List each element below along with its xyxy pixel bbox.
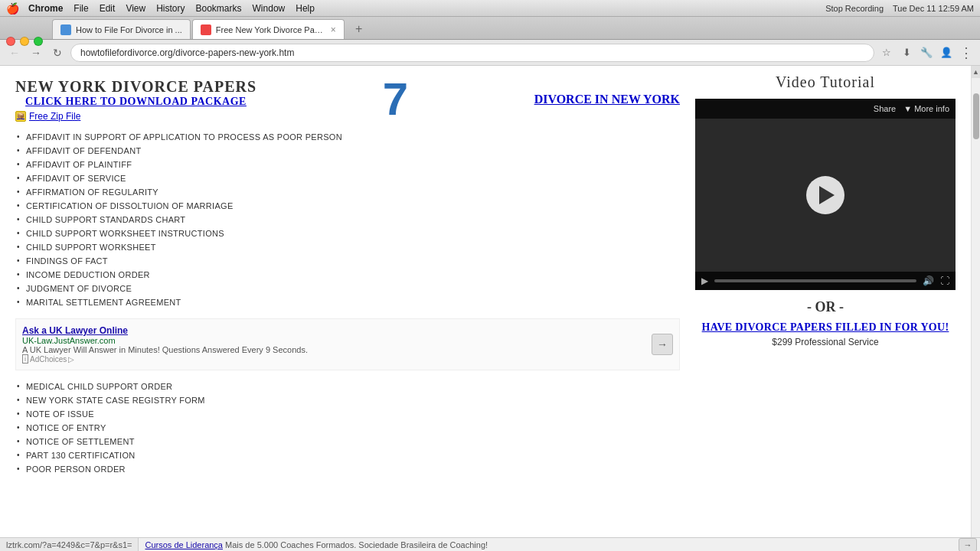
scroll-thumb[interactable]: [973, 93, 979, 139]
list-item[interactable]: Notice Of Settlement: [15, 435, 680, 448]
fullscreen-icon[interactable]: ⛶: [940, 276, 949, 286]
page-content: New York Divorce Papers Click Here To Do…: [0, 66, 971, 551]
share-button[interactable]: Share: [874, 104, 896, 113]
free-zip-label: Free Zip File: [29, 111, 80, 122]
header-left: New York Divorce Papers Click Here To Do…: [15, 78, 256, 122]
statusbar-ad: Cursos de Liderança Mais de 5.000 Coache…: [139, 540, 959, 549]
maximize-button[interactable]: [34, 37, 43, 46]
titlebar-right: Stop Recording Tue Dec 11 12:59 AM: [822, 4, 974, 13]
play-triangle-icon: [819, 186, 835, 204]
site-content: New York Divorce Papers Click Here To Do…: [0, 66, 971, 484]
menu-view[interactable]: View: [126, 3, 145, 14]
page-title: New York Divorce Papers: [15, 78, 256, 96]
video-progress-bar[interactable]: [714, 279, 916, 282]
addressbar: ← → ↻ ☆ ⬇ 🔧 👤 ⋮: [0, 40, 980, 66]
user-icon[interactable]: 👤: [939, 45, 954, 60]
stop-recording[interactable]: Stop Recording: [825, 4, 884, 13]
address-bar[interactable]: [70, 44, 874, 62]
list-item[interactable]: Child Support Standards Chart: [15, 213, 680, 227]
ad-link[interactable]: Ask a UK Lawyer Online: [22, 325, 128, 336]
list-item[interactable]: Notice Of Entry: [15, 421, 680, 435]
header-right: Divorce In New York: [534, 93, 680, 106]
list-item[interactable]: Judgment Of Divorce: [15, 282, 680, 295]
list-item[interactable]: New York State Case Registry Form: [15, 393, 680, 407]
menu-chrome[interactable]: Chrome: [28, 3, 63, 14]
adchoices-arrow: ▷: [68, 355, 74, 364]
ad-description: A UK Lawyer Will Answer in Minutes! Ques…: [22, 345, 645, 354]
list-item[interactable]: Income Deduction Order: [15, 268, 680, 282]
tab-close-icon[interactable]: ×: [331, 24, 336, 35]
doc-list-bottom: Medical Child Support OrderNew York Stat…: [15, 380, 680, 476]
tab-2[interactable]: Free New York Divorce Pape... ×: [192, 19, 345, 39]
list-item[interactable]: Affidavit Of Service: [15, 171, 680, 185]
cta-link[interactable]: Have Divorce Papers Filled In For You!: [702, 321, 949, 333]
download-link[interactable]: Click Here To Download Package: [25, 96, 247, 107]
adchoices-icon: i: [22, 354, 28, 364]
list-item[interactable]: Affirmation Of Regularity: [15, 185, 680, 199]
back-button[interactable]: ←: [6, 44, 23, 61]
refresh-button[interactable]: ↻: [49, 44, 66, 61]
statusbar-ad-link[interactable]: Cursos de Liderança: [145, 540, 223, 549]
list-item[interactable]: Affidavit Of Plaintiff: [15, 158, 680, 171]
list-item[interactable]: Certification Of Dissoltuion Of Marriage: [15, 199, 680, 213]
menu-bookmarks[interactable]: Bookmarks: [196, 3, 242, 14]
cta-sub: $299 Professional Service: [695, 337, 956, 347]
chrome-ext-icon[interactable]: 🔧: [919, 45, 934, 60]
video-time-icon: ▶: [701, 276, 708, 286]
more-info-button[interactable]: ▼ More info: [903, 104, 949, 113]
tabbar: How to File For Divorce in ... Free New …: [0, 17, 980, 40]
list-item[interactable]: Medical Child Support Order: [15, 380, 680, 393]
new-tab-button[interactable]: +: [349, 19, 369, 39]
list-item[interactable]: Note Of Issue: [15, 407, 680, 421]
volume-icon[interactable]: 🔊: [923, 276, 934, 286]
video-container: Share ▼ More info ▶ 🔊 ⛶: [695, 99, 956, 290]
tab-1[interactable]: How to File For Divorce in ...: [52, 19, 191, 39]
list-item[interactable]: Part 130 Certification: [15, 448, 680, 462]
minimize-button[interactable]: [20, 37, 29, 46]
video-top-bar: Share ▼ More info: [695, 99, 956, 119]
menu-help[interactable]: Help: [296, 3, 315, 14]
statusbar-arrow-button[interactable]: →: [959, 538, 977, 552]
download-icon[interactable]: ⬇: [899, 45, 914, 60]
adchoices[interactable]: i AdChoices ▷: [22, 354, 645, 364]
menu-history[interactable]: History: [156, 3, 185, 14]
list-item[interactable]: Findings Of Fact: [15, 254, 680, 268]
scroll-up-button[interactable]: ▲: [972, 66, 980, 78]
list-item[interactable]: Affidavit Of Defendant: [15, 144, 680, 158]
menu-bar: Chrome File Edit View History Bookmarks …: [28, 3, 315, 14]
tab-favicon-2: [201, 24, 211, 35]
tab-favicon-1: [60, 24, 71, 35]
right-column: Video Tutorial Share ▼ More info ▶: [695, 73, 956, 476]
list-item[interactable]: Poor Person Order: [15, 462, 680, 476]
video-play-area[interactable]: [695, 119, 956, 272]
header-number: 7: [383, 77, 408, 122]
free-zip[interactable]: 📦 Free Zip File: [15, 111, 256, 122]
menu-edit[interactable]: Edit: [100, 3, 116, 14]
menu-file[interactable]: File: [74, 3, 88, 14]
statusbar-url: lztrk.com/?a=4249&c=7&p=r&s1=: [0, 538, 139, 551]
titlebar: 🍎 Chrome File Edit View History Bookmark…: [0, 0, 980, 17]
ad-arrow-button[interactable]: →: [652, 334, 673, 355]
traffic-lights: [6, 37, 43, 46]
bookmark-icon[interactable]: ☆: [879, 45, 894, 60]
adchoices-label: AdChoices: [30, 355, 67, 364]
forward-button[interactable]: →: [28, 44, 44, 61]
doc-list-top: Affidavit In Support Of Application To P…: [15, 130, 680, 309]
right-title-link[interactable]: Divorce In New York: [534, 93, 680, 106]
video-section: Video Tutorial Share ▼ More info ▶: [695, 73, 956, 347]
list-item[interactable]: Affidavit In Support Of Application To P…: [15, 130, 680, 144]
menu-window[interactable]: Window: [253, 3, 286, 14]
play-button[interactable]: [806, 176, 844, 214]
close-button[interactable]: [6, 37, 15, 46]
list-item[interactable]: Child Support Worksheet: [15, 240, 680, 254]
or-divider: - OR -: [695, 299, 956, 315]
video-title: Video Tutorial: [695, 73, 956, 91]
ad-domain: UK-Law.JustAnswer.com: [22, 336, 645, 345]
ad-content: Ask a UK Lawyer Online UK-Law.JustAnswer…: [22, 325, 645, 364]
video-bottom-bar: ▶ 🔊 ⛶: [695, 272, 956, 290]
scrollbar[interactable]: ▲ ▼: [971, 66, 980, 551]
list-item[interactable]: Marital Settlement Agreement: [15, 295, 680, 309]
settings-icon[interactable]: ⋮: [959, 45, 974, 60]
list-item[interactable]: Child Support Worksheet Instructions: [15, 227, 680, 240]
apple-menu[interactable]: 🍎: [6, 2, 19, 15]
